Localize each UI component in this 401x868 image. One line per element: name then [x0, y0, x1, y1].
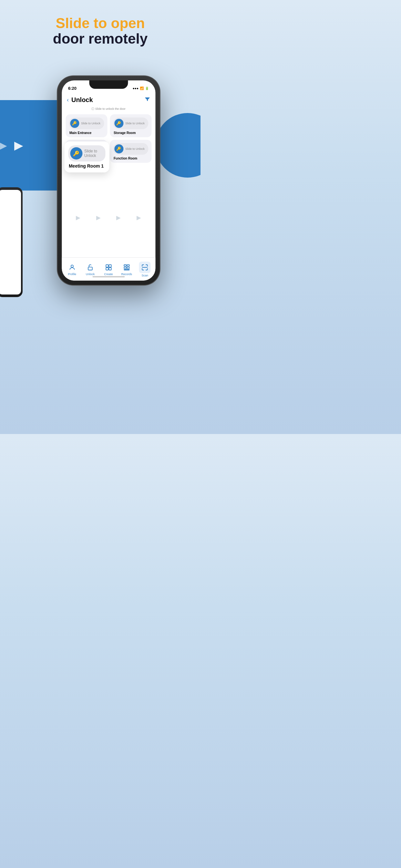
nav-label-records: Records: [121, 273, 132, 276]
nav-label-profile: Profile: [68, 273, 76, 276]
nav-item-unlock[interactable]: Unlock: [81, 263, 99, 276]
arrow-4: ▶: [136, 214, 141, 221]
lock-icon-2: 🔑: [116, 121, 121, 126]
door-grid-container: 🔑 Slide to Unlock Main Entrance 🔑 Sli: [62, 113, 155, 257]
blue-semicircle: [155, 113, 201, 178]
profile-icon: [67, 263, 76, 272]
nav-header: ‹ Unlock: [62, 93, 155, 107]
wifi-icon: 📶: [140, 87, 144, 90]
play-icon-1: ▶: [0, 140, 7, 151]
door-name-storage-room: Storage Room: [113, 131, 148, 135]
svg-rect-8: [124, 267, 126, 269]
svg-point-0: [71, 265, 73, 267]
headline-section: Slide to open door remotely: [0, 0, 201, 55]
left-phone: [0, 187, 23, 297]
svg-rect-1: [88, 267, 92, 270]
svg-rect-6: [124, 265, 126, 266]
nav-item-profile[interactable]: Profile: [63, 263, 81, 276]
signal-icon: ●●●: [133, 87, 138, 90]
left-phone-screen: [0, 190, 21, 294]
door-card-main-entrance[interactable]: 🔑 Slide to Unlock Main Entrance: [66, 114, 107, 137]
nav-item-scan[interactable]: Scan: [136, 261, 154, 277]
slide-row-meeting-room-1-expanded[interactable]: 🔑 Slide to Unlock: [68, 145, 105, 161]
lock-icon-5: 🔑: [116, 147, 121, 151]
slide-row-main-entrance[interactable]: 🔑 Slide to Unlock: [69, 118, 104, 129]
svg-rect-2: [106, 265, 108, 267]
play-icon-2: ▶: [14, 138, 23, 152]
door-card-meeting-room-1-expanded[interactable]: 🔑 Slide to Unlock Meeting Room 1: [64, 142, 109, 173]
phone-notch: [89, 81, 128, 89]
slide-text-function-room: Slide to Unlock: [125, 147, 145, 151]
door-icon-storage-room: 🔑: [114, 119, 123, 128]
phone-screen: 6:20 ●●● 📶 🔋 ‹ Unlock ⓘ Slide to unloc: [62, 81, 155, 281]
arrow-2: ▶: [96, 214, 101, 221]
page-title: Unlock: [71, 96, 93, 104]
door-card-function-room[interactable]: 🔑 Slide to Unlock Function Room: [110, 140, 151, 163]
subtitle-bar: ⓘ Slide to unlock the door: [62, 107, 155, 113]
lock-icon: 🔑: [72, 121, 77, 126]
door-icon-function-room: 🔑: [114, 144, 123, 153]
nav-label-scan: Scan: [142, 274, 149, 277]
headline-line2: door remotely: [0, 31, 201, 46]
scan-icon: [139, 261, 151, 273]
door-name-meeting-room-1: Meeting Room 1: [68, 163, 105, 168]
nav-label-unlock: Unlock: [86, 273, 95, 276]
svg-rect-3: [109, 265, 111, 267]
status-time: 6:20: [68, 86, 76, 91]
slide-row-storage-room[interactable]: 🔑 Slide to Unlock: [113, 118, 148, 129]
headline-line1: Slide to open: [0, 16, 201, 31]
door-icon-main-entrance: 🔑: [70, 119, 79, 128]
phone-wrapper: 6:20 ●●● 📶 🔋 ‹ Unlock ⓘ Slide to unloc: [57, 76, 160, 285]
slide-text-main-entrance: Slide to Unlock: [81, 122, 100, 125]
status-icons: ●●● 📶 🔋: [133, 87, 149, 90]
battery-icon: 🔋: [145, 87, 149, 90]
door-icon-meeting-room-1: 🔑: [70, 147, 82, 159]
lock-icon-3: 🔑: [73, 151, 80, 157]
slide-text-meeting-room-1: Slide to Unlock: [84, 149, 101, 158]
svg-rect-7: [127, 265, 129, 266]
door-card-storage-room[interactable]: 🔑 Slide to Unlock Storage Room: [110, 114, 151, 137]
back-button[interactable]: ‹: [67, 97, 69, 103]
svg-rect-10: [124, 269, 129, 270]
filter-icon[interactable]: [144, 96, 150, 103]
phone-shell: 6:20 ●●● 📶 🔋 ‹ Unlock ⓘ Slide to unloc: [57, 76, 160, 285]
create-icon: [104, 263, 113, 272]
svg-rect-5: [109, 268, 111, 270]
slide-text-storage-room: Slide to Unlock: [125, 122, 145, 125]
arrows-row: ▶ ▶ ▶ ▶: [62, 214, 155, 221]
arrow-3: ▶: [116, 214, 121, 221]
door-name-function-room: Function Room: [113, 157, 148, 160]
nav-item-records[interactable]: Records: [118, 263, 135, 276]
arrow-1: ▶: [76, 214, 81, 221]
unlock-icon: [86, 263, 95, 272]
svg-rect-4: [106, 268, 108, 270]
home-indicator: [92, 276, 125, 277]
records-icon: [122, 263, 131, 272]
nav-label-create: Create: [104, 273, 113, 276]
nav-item-create[interactable]: Create: [99, 263, 118, 276]
slide-row-function-room[interactable]: 🔑 Slide to Unlock: [113, 143, 148, 155]
door-name-main-entrance: Main Entrance: [69, 131, 104, 135]
svg-rect-9: [127, 267, 129, 269]
